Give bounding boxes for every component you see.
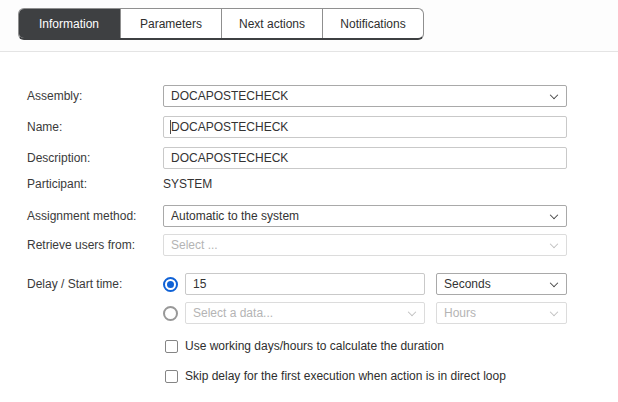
tab-parameters[interactable]: Parameters xyxy=(120,9,221,38)
chevron-down-icon xyxy=(550,91,558,99)
form-row-delay-data: Select a data... Hours xyxy=(27,302,618,324)
form-row-retrieve-users: Retrieve users from: Select ... xyxy=(27,234,618,256)
name-label: Name: xyxy=(27,120,163,134)
assembly-label: Assembly: xyxy=(27,89,163,103)
delay-data-select: Select a data... xyxy=(185,302,425,324)
action-information-form: Assembly: DOCAPOSTECHECK Name: Descripti… xyxy=(0,52,618,383)
form-row-description: Description: xyxy=(27,147,618,169)
delay-data-placeholder: Select a data... xyxy=(193,306,273,320)
form-row-assignment-method: Assignment method: Automatic to the syst… xyxy=(27,205,618,227)
delay-data-unit-value: Hours xyxy=(444,306,476,320)
assignment-method-label: Assignment method: xyxy=(27,209,163,223)
name-input[interactable] xyxy=(163,116,567,138)
text-caret xyxy=(170,120,171,134)
assignment-method-select-value: Automatic to the system xyxy=(171,209,299,223)
description-input[interactable] xyxy=(163,147,567,169)
form-row-participant: Participant: SYSTEM xyxy=(27,177,618,191)
tab-notifications[interactable]: Notifications xyxy=(322,9,423,38)
retrieve-users-label: Retrieve users from: xyxy=(27,238,163,252)
chevron-down-icon xyxy=(550,279,558,287)
form-row-assembly: Assembly: DOCAPOSTECHECK xyxy=(27,85,618,107)
delay-data-radio[interactable] xyxy=(163,306,178,321)
delay-data-unit-select: Hours xyxy=(436,302,567,324)
tab-information[interactable]: Information xyxy=(18,8,120,40)
chevron-down-icon xyxy=(408,308,416,316)
delay-fixed-radio[interactable] xyxy=(163,277,178,292)
skip-delay-checkbox[interactable] xyxy=(165,370,178,383)
delay-unit-select[interactable]: Seconds xyxy=(436,273,567,295)
working-days-checkbox[interactable] xyxy=(165,340,178,353)
form-row-delay-fixed: Delay / Start time: Seconds xyxy=(27,273,618,295)
skip-delay-checkbox-label: Skip delay for the first execution when … xyxy=(185,369,506,383)
form-row-name: Name: xyxy=(27,116,618,138)
participant-label: Participant: xyxy=(27,177,163,191)
delay-start-time-label: Delay / Start time: xyxy=(27,277,163,291)
delay-value-input[interactable] xyxy=(185,273,425,295)
delay-unit-value: Seconds xyxy=(444,277,491,291)
tab-next-actions[interactable]: Next actions xyxy=(221,9,322,38)
tab-bar: Information Parameters Next actions Noti… xyxy=(0,0,618,52)
working-days-checkbox-label: Use working days/hours to calculate the … xyxy=(185,339,444,353)
working-days-checkbox-row: Use working days/hours to calculate the … xyxy=(165,339,618,353)
assembly-select-value: DOCAPOSTECHECK xyxy=(171,89,288,103)
retrieve-users-placeholder: Select ... xyxy=(171,238,218,252)
assembly-select[interactable]: DOCAPOSTECHECK xyxy=(163,85,567,107)
description-label: Description: xyxy=(27,151,163,165)
tab-strip: Information Parameters Next actions Noti… xyxy=(18,8,424,40)
assignment-method-select[interactable]: Automatic to the system xyxy=(163,205,567,227)
chevron-down-icon xyxy=(550,240,558,248)
skip-delay-checkbox-row: Skip delay for the first execution when … xyxy=(165,369,618,383)
retrieve-users-select: Select ... xyxy=(163,234,567,256)
chevron-down-icon xyxy=(550,308,558,316)
chevron-down-icon xyxy=(550,211,558,219)
participant-value: SYSTEM xyxy=(163,177,212,191)
